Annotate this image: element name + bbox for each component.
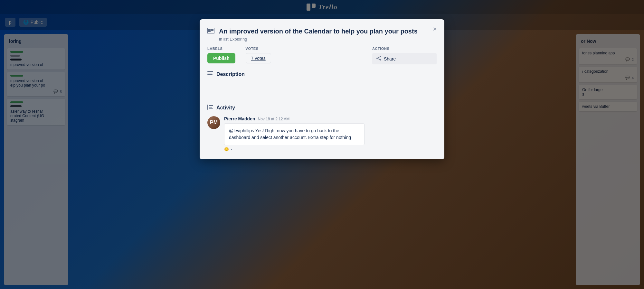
modal-overlay: × An improved version of the Calendar to… — [0, 0, 644, 289]
description-icon — [207, 71, 213, 78]
svg-point-14 — [380, 59, 381, 61]
comment-body-0: @leviphillips Yes! Right now you have to… — [224, 123, 365, 145]
modal-header: An improved version of the Calendar to h… — [207, 27, 437, 42]
votes-badge[interactable]: 7 votes — [246, 53, 271, 63]
svg-rect-7 — [207, 74, 213, 75]
svg-line-16 — [378, 57, 380, 58]
modal-close-button[interactable]: × — [430, 24, 440, 34]
svg-rect-6 — [207, 73, 212, 73]
svg-rect-4 — [211, 29, 213, 31]
share-label: Share — [384, 56, 396, 61]
svg-rect-5 — [207, 71, 213, 72]
share-button[interactable]: Share — [372, 53, 437, 64]
svg-rect-9 — [207, 105, 208, 110]
publish-label-badge: Publish — [207, 53, 235, 63]
activity-section: Activity PM Pierre Madden Nov 18 at 2:12… — [207, 105, 365, 152]
svg-rect-12 — [209, 108, 213, 109]
modal-subtitle: in list Exploring — [219, 37, 418, 42]
description-title: Description — [216, 71, 245, 77]
modal-title: An improved version of the Calendar to h… — [219, 27, 418, 35]
labels-group: LABELS Publish — [207, 47, 235, 63]
comment-item-0: PM Pierre Madden Nov 18 at 2:12 AM @levi… — [207, 116, 365, 152]
emoji-react-icon[interactable]: 😊 — [224, 147, 229, 152]
comment-content-0: Pierre Madden Nov 18 at 2:12 AM @leviphi… — [224, 116, 365, 152]
comment-actions-0: 😊 - — [224, 147, 365, 152]
avatar-initials-pierre: PM — [207, 116, 220, 129]
activity-title: Activity — [216, 105, 235, 111]
svg-line-17 — [378, 59, 380, 60]
modal-sidebar: ACTIONS Share — [372, 47, 437, 152]
svg-rect-11 — [209, 107, 212, 107]
share-icon — [376, 56, 381, 62]
modal-main: LABELS Publish VOTES 7 votes — [207, 47, 365, 152]
activity-icon — [207, 105, 213, 111]
card-icon — [207, 28, 214, 35]
card-modal: × An improved version of the Calendar to… — [200, 19, 444, 159]
activity-section-header: Activity — [207, 105, 365, 111]
avatar-pierre: PM — [207, 116, 220, 129]
meta-row: LABELS Publish VOTES 7 votes — [207, 47, 365, 63]
svg-rect-3 — [208, 29, 211, 32]
comment-time-0: Nov 18 at 2:12 AM — [258, 117, 289, 121]
svg-point-13 — [380, 56, 381, 57]
actions-heading: ACTIONS — [372, 47, 437, 51]
comment-author-0: Pierre Madden — [224, 116, 255, 121]
labels-heading: LABELS — [207, 47, 235, 51]
comment-meta-0: Pierre Madden Nov 18 at 2:12 AM — [224, 116, 365, 121]
description-area — [207, 81, 365, 97]
votes-group: VOTES 7 votes — [246, 47, 271, 63]
description-section-header: Description — [207, 71, 365, 78]
modal-body: LABELS Publish VOTES 7 votes — [207, 47, 437, 152]
comment-reaction-dash: - — [231, 147, 232, 152]
svg-rect-10 — [209, 105, 213, 106]
svg-rect-8 — [207, 76, 211, 76]
close-icon: × — [433, 25, 437, 33]
votes-heading: VOTES — [246, 47, 271, 51]
modal-header-text: An improved version of the Calendar to h… — [219, 27, 418, 42]
svg-point-15 — [376, 58, 378, 59]
